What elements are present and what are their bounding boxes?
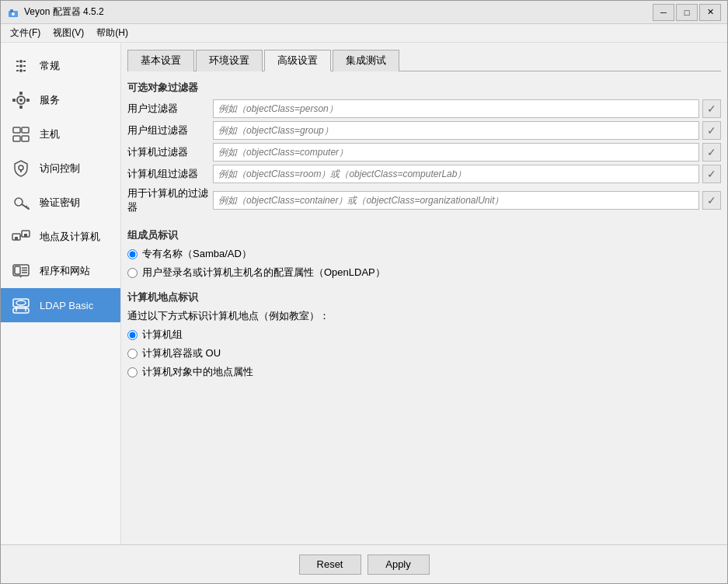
member-id-radio-group: 专有名称（Samba/AD） 用户登录名或计算机主机名的配置属性（OpenLDA… <box>127 247 721 280</box>
sidebar-item-services[interactable]: 服务 <box>1 83 120 117</box>
filter-label-group: 用户组过滤器 <box>127 123 213 137</box>
filter-input-wrap-computer: ✓ <box>213 143 721 162</box>
computer-location-radio-1[interactable] <box>127 349 138 359</box>
auth-keys-icon <box>10 192 32 214</box>
filter-label-computer-group: 计算机组过滤器 <box>127 167 213 181</box>
sidebar-item-general[interactable]: 常规 <box>1 49 120 83</box>
sidebar-item-access-control[interactable]: 访问控制 <box>1 151 120 186</box>
computer-location-option-2[interactable]: 计算机对象中的地点属性 <box>127 365 721 379</box>
locations-icon <box>10 226 32 248</box>
filter-input-wrap-group: ✓ <box>213 121 721 140</box>
sidebar-item-hosts[interactable]: 主机 <box>1 117 120 151</box>
reset-button[interactable]: Reset <box>299 554 361 575</box>
sidebar-label-auth-keys: 验证密钥 <box>40 196 80 210</box>
computer-location-section: 计算机地点标识 通过以下方式标识计算机地点（例如教室）： 计算机组 计算机容器或… <box>127 290 721 379</box>
tab-advanced[interactable]: 高级设置 <box>264 50 331 71</box>
computer-location-subtitle: 通过以下方式标识计算机地点（例如教室）： <box>127 309 721 323</box>
filter-check-group[interactable]: ✓ <box>702 121 721 140</box>
svg-rect-19 <box>22 127 29 133</box>
sidebar-item-ldap[interactable]: LDAP Basic <box>1 288 120 322</box>
tab-integration[interactable]: 集成测试 <box>333 50 399 71</box>
filter-input-user[interactable] <box>213 99 699 118</box>
svg-rect-17 <box>26 99 30 102</box>
svg-rect-23 <box>20 169 22 172</box>
svg-rect-31 <box>24 234 27 237</box>
filter-input-computer[interactable] <box>213 143 699 162</box>
filter-check-user[interactable]: ✓ <box>702 99 721 118</box>
member-id-option-1[interactable]: 用户登录名或计算机主机名的配置属性（OpenLDAP） <box>127 266 721 280</box>
computer-location-option-0[interactable]: 计算机组 <box>127 328 721 342</box>
svg-rect-43 <box>13 308 29 313</box>
tab-bar: 基本设置 环境设置 高级设置 集成测试 <box>127 49 721 71</box>
sidebar-label-locations: 地点及计算机 <box>40 230 100 244</box>
close-button[interactable]: ✕ <box>699 4 721 21</box>
svg-rect-14 <box>19 92 23 95</box>
filter-row-computer-container: 用于计算机的过滤器 ✓ <box>127 186 721 214</box>
maximize-button[interactable]: □ <box>676 4 698 21</box>
filter-check-computer[interactable]: ✓ <box>702 143 721 162</box>
computer-location-option-1[interactable]: 计算机容器或 OU <box>127 346 721 360</box>
sidebar-item-auth-keys[interactable]: 验证密钥 <box>1 186 120 220</box>
filter-input-wrap-computer-group: ✓ <box>213 165 721 183</box>
minimize-button[interactable]: ─ <box>653 4 674 21</box>
sidebar-item-programs[interactable]: 程序和网站 <box>1 254 120 288</box>
main-panel: 基本设置 环境设置 高级设置 集成测试 可选对象过滤器 用户过滤器 ✓ <box>121 43 727 544</box>
sidebar-label-hosts: 主机 <box>40 127 60 141</box>
member-id-label-0: 专有名称（Samba/AD） <box>142 247 252 261</box>
filter-row-computer: 计算机过滤器 ✓ <box>127 143 721 162</box>
filter-input-computer-container[interactable] <box>213 191 699 210</box>
window-title: Veyon 配置器 4.5.2 <box>24 5 653 19</box>
filter-row-computer-group: 计算机组过滤器 ✓ <box>127 165 721 183</box>
svg-point-6 <box>19 64 23 68</box>
filter-label-computer-container: 用于计算机的过滤器 <box>127 186 213 214</box>
member-id-radio-1[interactable] <box>127 268 138 278</box>
filter-input-computer-group[interactable] <box>213 165 699 183</box>
computer-location-radio-group: 计算机组 计算机容器或 OU 计算机对象中的地点属性 <box>127 328 721 379</box>
sidebar-label-access-control: 访问控制 <box>40 162 80 176</box>
hosts-icon <box>10 123 32 145</box>
programs-icon <box>10 260 32 282</box>
filter-label-user: 用户过滤器 <box>127 102 213 116</box>
title-bar-buttons: ─ □ ✕ <box>653 4 721 21</box>
filter-input-group[interactable] <box>213 121 699 140</box>
computer-location-label-0: 计算机组 <box>142 328 183 342</box>
svg-point-2 <box>12 12 15 16</box>
svg-rect-1 <box>10 9 13 12</box>
computer-location-radio-2[interactable] <box>127 367 138 377</box>
tab-basic[interactable]: 基本设置 <box>127 50 194 71</box>
member-id-title: 组成员标识 <box>127 228 721 242</box>
svg-rect-29 <box>15 237 18 240</box>
content-area: 常规 服务 <box>1 43 727 544</box>
sidebar-label-programs: 程序和网站 <box>40 264 90 278</box>
sidebar: 常规 服务 <box>1 43 121 544</box>
member-id-radio-0[interactable] <box>127 249 138 259</box>
computer-location-label-2: 计算机对象中的地点属性 <box>142 365 253 379</box>
filter-check-computer-group[interactable]: ✓ <box>702 165 721 183</box>
menu-view[interactable]: 视图(V) <box>47 25 90 41</box>
services-icon <box>10 89 32 111</box>
menu-help[interactable]: 帮助(H) <box>90 25 134 41</box>
member-id-section: 组成员标识 专有名称（Samba/AD） 用户登录名或计算机主机名的配置属性（O… <box>127 228 721 280</box>
svg-rect-21 <box>22 136 29 141</box>
svg-rect-16 <box>12 99 16 102</box>
svg-point-13 <box>19 99 23 102</box>
computer-location-label-1: 计算机容器或 OU <box>142 346 221 360</box>
main-window: Veyon 配置器 4.5.2 ─ □ ✕ 文件(F) 视图(V) 帮助(H) <box>0 0 728 584</box>
member-id-label-1: 用户登录名或计算机主机名的配置属性（OpenLDAP） <box>142 266 385 280</box>
member-id-option-0[interactable]: 专有名称（Samba/AD） <box>127 247 721 261</box>
tab-env[interactable]: 环境设置 <box>196 50 263 71</box>
sidebar-label-general: 常规 <box>40 59 60 73</box>
general-icon <box>10 55 32 77</box>
apply-button[interactable]: Apply <box>367 554 430 575</box>
sidebar-label-services: 服务 <box>40 93 60 107</box>
filter-row-group: 用户组过滤器 ✓ <box>127 121 721 140</box>
svg-rect-34 <box>15 266 20 274</box>
filter-check-computer-container[interactable]: ✓ <box>702 191 721 210</box>
computer-location-radio-0[interactable] <box>127 330 138 340</box>
menu-file[interactable]: 文件(F) <box>4 25 47 41</box>
svg-rect-15 <box>19 106 23 109</box>
title-bar: Veyon 配置器 4.5.2 ─ □ ✕ <box>1 1 727 24</box>
filters-section-title: 可选对象过滤器 <box>127 81 721 95</box>
ldap-icon <box>10 294 32 316</box>
sidebar-item-locations[interactable]: 地点及计算机 <box>1 220 120 254</box>
